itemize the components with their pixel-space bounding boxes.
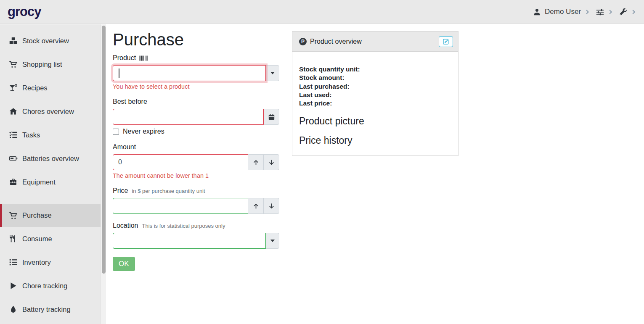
arrow-up-icon: [253, 203, 259, 209]
home-icon: [9, 107, 18, 116]
purchase-form: Product You have to select a product Bes…: [113, 54, 279, 271]
sidebar-item-label: Chores overview: [22, 108, 74, 116]
tasks-icon: [9, 131, 18, 139]
card-title: Product overview: [310, 38, 435, 45]
sidebar-item-purchase[interactable]: Purchase: [0, 204, 106, 227]
sidebar-item-consume[interactable]: Consume: [0, 227, 106, 250]
scrollbar-thumb[interactable]: [102, 26, 106, 274]
overview-field: Last purchased:: [299, 82, 451, 91]
price-field-group: Price in $ per purchase quantity unit: [113, 187, 279, 214]
amount-increment-button[interactable]: [248, 154, 264, 170]
sidebar-item-inventory[interactable]: Inventory: [0, 250, 106, 274]
sidebar-item-chores-overview[interactable]: Chores overview: [0, 100, 106, 123]
edit-product-button[interactable]: [439, 36, 453, 47]
product-error: You have to select a product: [113, 83, 279, 90]
never-expires-checkbox[interactable]: [113, 129, 119, 135]
calendar-icon: [268, 113, 275, 121]
location-dropdown-button[interactable]: [265, 233, 279, 249]
sidebar-item-label: Tasks: [22, 131, 40, 139]
edit-icon: [443, 38, 449, 45]
caret-down-icon: [270, 72, 275, 74]
sidebar-scrollbar[interactable]: [101, 24, 106, 324]
topbar: grocy Demo User: [0, 0, 644, 24]
chevron-right-icon: [585, 9, 590, 15]
location-input[interactable]: [113, 233, 266, 249]
sidebar-item-tasks[interactable]: Tasks: [0, 123, 106, 147]
price-hint: in $ per purchase quantity unit: [132, 188, 205, 194]
text-cursor: [119, 68, 119, 78]
product-overview-card: P Product overview Stock quantity unit: …: [292, 31, 458, 156]
sidebar-item-label: Recipes: [22, 84, 48, 92]
arrow-down-icon: [268, 203, 275, 209]
settings-menu[interactable]: [596, 8, 613, 16]
sidebar-item-chore-tracking[interactable]: Chore tracking: [0, 274, 106, 298]
sidebar-item-equipment[interactable]: Equipment: [0, 170, 106, 194]
wrench-icon: [619, 8, 627, 16]
sidebar-item-label: Purchase: [22, 211, 52, 219]
amount-label: Amount: [113, 143, 279, 151]
location-label: Location This is for statistical purpose…: [113, 222, 279, 229]
sidebar-item-label: Batteries overview: [22, 155, 79, 163]
cart-icon: [9, 211, 18, 220]
user-menu-label: Demo User: [545, 8, 581, 16]
chevron-right-icon: [608, 9, 613, 15]
price-input[interactable]: [113, 198, 248, 214]
sidebar-nav: Stock overview Shopping list Recipes Cho…: [0, 24, 106, 321]
caret-down-icon: [270, 240, 275, 242]
arrow-down-icon: [268, 159, 275, 166]
product-label: Product: [113, 54, 279, 62]
location-field-group: Location This is for statistical purpose…: [113, 222, 279, 249]
cart-icon: [9, 60, 18, 68]
admin-menu[interactable]: [619, 8, 636, 16]
never-expires-row: Never expires: [113, 128, 279, 135]
sidebar-item-battery-tracking[interactable]: Battery tracking: [0, 298, 106, 321]
overview-field: Last price:: [299, 99, 451, 108]
sidebar-item-label: Stock overview: [22, 37, 69, 45]
amount-input[interactable]: [113, 154, 248, 170]
product-input[interactable]: [113, 65, 266, 81]
best-before-label: Best before: [113, 98, 279, 105]
best-before-input[interactable]: [113, 109, 264, 125]
app-logo[interactable]: grocy: [8, 4, 41, 19]
sidebar-item-shopping-list[interactable]: Shopping list: [0, 53, 106, 76]
overview-field: Stock quantity unit:: [299, 65, 451, 74]
sidebar-item-label: Consume: [22, 235, 52, 243]
sidebar: Stock overview Shopping list Recipes Cho…: [0, 24, 106, 324]
sidebar-item-label: Inventory: [22, 258, 51, 266]
sidebar-item-label: Shopping list: [22, 61, 62, 68]
ok-button[interactable]: OK: [113, 257, 135, 271]
utensils-icon: [9, 234, 18, 243]
sidebar-item-recipes[interactable]: Recipes: [0, 76, 106, 100]
amount-decrement-button[interactable]: [263, 154, 279, 170]
sidebar-item-batteries-overview[interactable]: Batteries overview: [0, 147, 106, 170]
sidebar-item-label: Equipment: [22, 178, 56, 186]
card-body: Stock quantity unit: Stock amount: Last …: [292, 52, 458, 155]
topbar-menus: Demo User: [533, 8, 636, 16]
product-field-group: Product You have to select a product: [113, 54, 279, 90]
product-picture-heading: Product picture: [299, 116, 451, 127]
arrow-up-icon: [253, 159, 259, 166]
product-circle-icon: P: [299, 38, 307, 45]
price-decrement-button[interactable]: [263, 198, 279, 214]
card-header: P Product overview: [292, 32, 458, 52]
list-icon: [9, 258, 18, 266]
overview-field: Last used:: [299, 91, 451, 99]
chevron-right-icon: [631, 9, 636, 15]
price-increment-button[interactable]: [248, 198, 264, 214]
product-dropdown-button[interactable]: [265, 65, 279, 81]
calendar-button[interactable]: [263, 109, 279, 125]
location-hint: This is for statistical purposes only: [142, 223, 225, 229]
play-icon: [9, 282, 18, 290]
user-menu[interactable]: Demo User: [533, 8, 590, 16]
sidebar-item-stock-overview[interactable]: Stock overview: [0, 29, 106, 53]
amount-error: The amount cannot be lower than 1: [113, 172, 279, 179]
overview-field: Stock amount:: [299, 74, 451, 82]
best-before-field-group: Best before Never expires: [113, 98, 279, 135]
sliders-icon: [596, 8, 604, 16]
battery-icon: [9, 154, 18, 163]
drop-icon: [9, 305, 18, 313]
price-history-heading: Price history: [299, 135, 451, 146]
main-content: Purchase Product You have to select a pr…: [106, 24, 644, 324]
never-expires-label: Never expires: [123, 128, 164, 135]
sidebar-item-label: Chore tracking: [22, 282, 67, 290]
